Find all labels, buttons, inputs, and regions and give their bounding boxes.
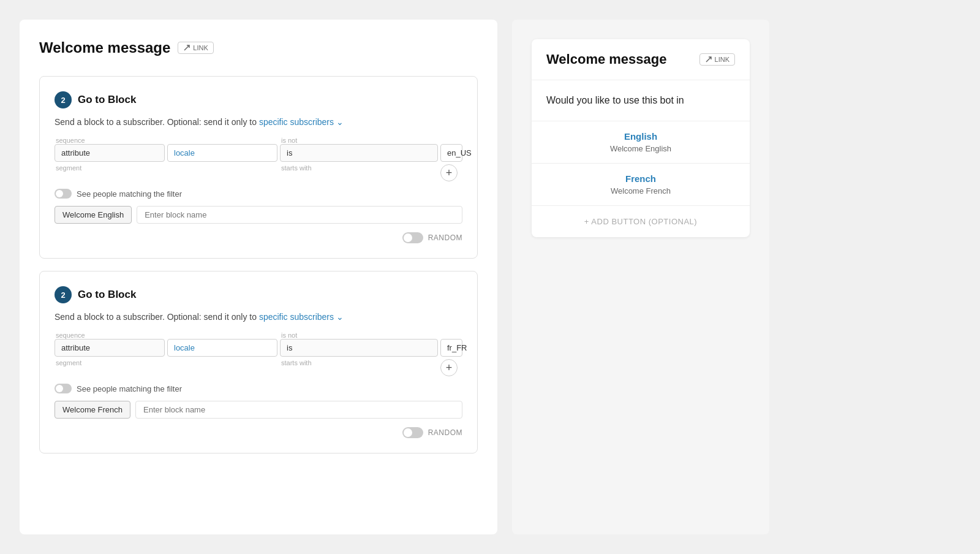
filter-labels-1: sequence is not bbox=[55, 137, 462, 144]
preview-option-english[interactable]: English Welcome English bbox=[532, 121, 750, 164]
preview-title: Welcome message bbox=[546, 51, 666, 67]
block-1-description: Send a block to a subscriber. Optional: … bbox=[55, 117, 462, 127]
filter-attribute-1[interactable]: attribute bbox=[55, 144, 165, 162]
preview-card: Welcome message LINK Would you like to u… bbox=[532, 39, 750, 237]
filter-row-1: attribute locale is en_US bbox=[55, 144, 462, 162]
page-link-badge[interactable]: LINK bbox=[178, 42, 213, 54]
preview-option-french[interactable]: French Welcome French bbox=[532, 164, 750, 206]
random-toggle-1[interactable] bbox=[402, 232, 423, 243]
preview-option-english-sub: Welcome English bbox=[546, 144, 735, 153]
block-2-icon: 2 bbox=[55, 286, 72, 303]
block-card-1: 2 Go to Block Send a block to a subscrib… bbox=[39, 76, 478, 259]
page-title: Welcome message bbox=[39, 39, 170, 56]
preview-option-french-title: French bbox=[546, 173, 735, 184]
block-name-row-2: Welcome French bbox=[55, 401, 462, 419]
block-2-header: 2 Go to Block bbox=[55, 286, 462, 303]
specific-subscribers-link-1[interactable]: specific subscribers ⌄ bbox=[259, 117, 344, 127]
preview-link-badge[interactable]: LINK bbox=[699, 53, 735, 66]
see-people-toggle-1[interactable] bbox=[55, 189, 72, 199]
filter-label-empty-2 bbox=[167, 332, 277, 339]
filter-value-1[interactable]: en_US bbox=[440, 144, 462, 162]
filter-label-empty-1 bbox=[167, 137, 277, 144]
preview-message: Would you like to use this bot in bbox=[532, 80, 750, 121]
filter-operator-2[interactable]: is bbox=[280, 339, 438, 357]
random-label-2: RANDOM bbox=[428, 428, 462, 437]
random-label-1: RANDOM bbox=[428, 233, 462, 242]
see-people-2: See people matching the filter bbox=[55, 384, 462, 393]
filter-label-isnot: is not bbox=[280, 137, 438, 144]
filter-label-sequence-2: sequence bbox=[55, 332, 165, 339]
right-panel: Welcome message LINK Would you like to u… bbox=[512, 20, 769, 534]
block-1-icon: 2 bbox=[55, 91, 72, 108]
block-2-title: Go to Block bbox=[78, 289, 136, 301]
block-name-row-1: Welcome English bbox=[55, 206, 462, 224]
see-people-toggle-2[interactable] bbox=[55, 384, 72, 393]
filter-label-isnot-2: is not bbox=[280, 332, 438, 339]
filter-attribute-2[interactable]: attribute bbox=[55, 339, 165, 357]
block-name-badge-2: Welcome French bbox=[55, 401, 130, 419]
block-1-title: Go to Block bbox=[78, 94, 136, 106]
filter-label-segment-1: segment bbox=[55, 164, 165, 181]
filter-value-2[interactable]: fr_FR bbox=[440, 339, 462, 357]
filter-label-startswith-2: starts with bbox=[280, 359, 438, 376]
left-panel: Welcome message LINK 2 Go to Block Send … bbox=[20, 20, 497, 534]
random-toggle-2[interactable] bbox=[402, 427, 423, 438]
random-row-1: RANDOM bbox=[55, 232, 462, 243]
specific-subscribers-link-2[interactable]: specific subscribers ⌄ bbox=[259, 312, 344, 322]
block-2-description: Send a block to a subscriber. Optional: … bbox=[55, 312, 462, 322]
page-header: Welcome message LINK bbox=[39, 39, 478, 56]
preview-header: Welcome message LINK bbox=[532, 39, 750, 80]
block-1-header: 2 Go to Block bbox=[55, 91, 462, 108]
block-name-badge-1: Welcome English bbox=[55, 206, 132, 224]
filter-locale-1[interactable]: locale bbox=[167, 144, 277, 162]
add-filter-btn-1[interactable]: + bbox=[440, 164, 458, 181]
see-people-1: See people matching the filter bbox=[55, 189, 462, 199]
filter-row-2: attribute locale is fr_FR bbox=[55, 339, 462, 357]
page-link-label: LINK bbox=[193, 44, 208, 51]
filter-label-startswith-1: starts with bbox=[280, 164, 438, 181]
preview-option-english-title: English bbox=[546, 131, 735, 142]
block-name-input-2[interactable] bbox=[135, 401, 462, 419]
filter-operator-1[interactable]: is bbox=[280, 144, 438, 162]
block-card-2: 2 Go to Block Send a block to a subscrib… bbox=[39, 271, 478, 453]
block-name-input-1[interactable] bbox=[137, 206, 462, 224]
filter-locale-2[interactable]: locale bbox=[167, 339, 277, 357]
add-filter-btn-2[interactable]: + bbox=[440, 359, 458, 376]
preview-option-french-sub: Welcome French bbox=[546, 186, 735, 195]
filter-labels-2: sequence is not bbox=[55, 332, 462, 339]
add-button-optional[interactable]: + ADD BUTTON (OPTIONAL) bbox=[532, 206, 750, 237]
filter-label-segment-2: segment bbox=[55, 359, 165, 376]
filter-label-sequence: sequence bbox=[55, 137, 165, 144]
random-row-2: RANDOM bbox=[55, 427, 462, 438]
